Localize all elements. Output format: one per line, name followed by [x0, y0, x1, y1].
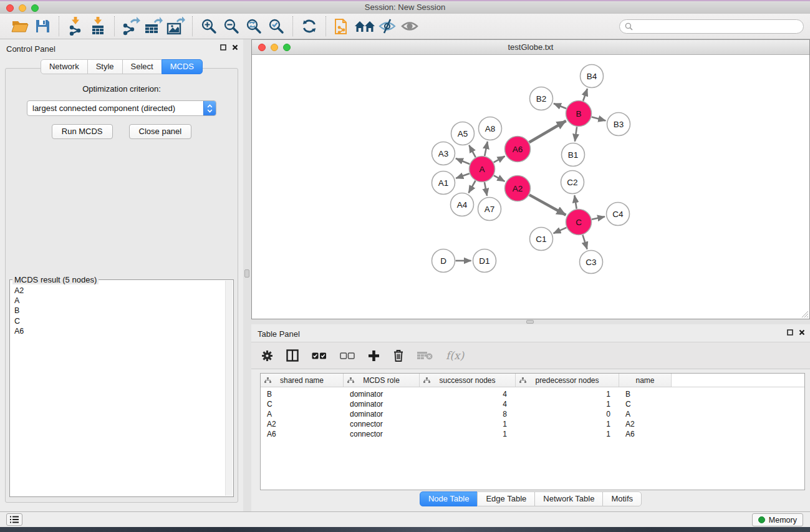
graph-node-D[interactable]: D	[432, 249, 455, 273]
graph-edge-B-B2[interactable]	[554, 104, 566, 109]
graph-node-C[interactable]: C	[566, 210, 592, 235]
table-row[interactable]: A2connector11A2	[261, 419, 804, 429]
network-close-button[interactable]	[258, 44, 266, 51]
delete-column-button[interactable]	[393, 346, 404, 365]
list-item[interactable]: A	[14, 296, 233, 306]
tab-style[interactable]: Style	[87, 59, 123, 74]
graph-edge-A-A8[interactable]	[485, 142, 488, 156]
add-column-button[interactable]	[368, 346, 380, 365]
open-session-button[interactable]	[9, 16, 31, 37]
tab-select[interactable]: Select	[122, 59, 162, 74]
graph-edge-C-C1[interactable]	[554, 228, 567, 233]
graph-edge-A-A7[interactable]	[485, 182, 487, 196]
run-mcds-button[interactable]: Run MCDS	[52, 124, 113, 139]
graph-node-B2[interactable]: B2	[530, 87, 553, 110]
splitter-grip[interactable]	[244, 269, 249, 278]
graph-edge-A-A1[interactable]	[456, 173, 469, 178]
close-panel-icon[interactable]	[232, 44, 238, 51]
export-network-button[interactable]	[120, 16, 142, 37]
tab-mcds[interactable]: MCDS	[162, 59, 203, 74]
graph-node-A4[interactable]: A4	[451, 193, 474, 216]
list-item[interactable]: C	[14, 316, 233, 326]
graph-node-B3[interactable]: B3	[607, 113, 630, 136]
graph-node-C1[interactable]: C1	[530, 228, 553, 251]
graph-node-A[interactable]: A	[470, 157, 495, 182]
graph-node-B4[interactable]: B4	[581, 65, 604, 88]
mcds-list-scrollbar[interactable]	[225, 281, 233, 496]
graph-node-B1[interactable]: B1	[562, 143, 585, 167]
memory-button[interactable]: Memory	[752, 513, 803, 526]
close-window-button[interactable]	[6, 4, 14, 12]
graph-node-A3[interactable]: A3	[432, 142, 455, 165]
list-item[interactable]: B	[14, 306, 233, 316]
splitter-grip-h[interactable]	[526, 320, 534, 324]
float-table-panel-icon[interactable]	[787, 329, 793, 336]
zoom-fit-button[interactable]	[243, 16, 265, 37]
graph-edge-C-C2[interactable]	[574, 195, 576, 209]
tab-edge-table[interactable]: Edge Table	[477, 491, 535, 506]
table-options-button[interactable]	[261, 346, 273, 365]
graph-node-A8[interactable]: A8	[479, 117, 502, 140]
select-all-rows-button[interactable]	[312, 346, 327, 365]
close-panel-button[interactable]: Close panel	[129, 124, 192, 139]
zoom-selected-button[interactable]	[265, 16, 287, 37]
graph-edge-B-B3[interactable]	[592, 117, 605, 121]
graph-node-A2[interactable]: A2	[505, 176, 531, 201]
column-selector-button[interactable]	[286, 346, 299, 365]
hide-graphics-details-button[interactable]	[376, 16, 398, 37]
column-header-predecessor-nodes[interactable]: predecessor nodes	[516, 374, 619, 387]
graph-edge-A-A4[interactable]	[469, 181, 476, 193]
task-history-button[interactable]	[6, 513, 22, 526]
deselect-all-rows-button[interactable]	[340, 346, 355, 365]
function-builder-button[interactable]: f(x)	[446, 346, 464, 365]
column-header-name[interactable]: name	[619, 374, 672, 387]
network-graph[interactable]: B4B2BB3A8A5A6A3B1AA1C2A2A4A7C4CC1C3DD1	[252, 55, 809, 319]
table-row[interactable]: A6connector11A6	[261, 429, 804, 439]
graph-node-A5[interactable]: A5	[451, 122, 475, 145]
tab-node-table[interactable]: Node Table	[420, 491, 478, 506]
panel-splitter-horizontal[interactable]	[251, 319, 810, 324]
node-table[interactable]: shared nameMCDS rolesuccessor nodesprede…	[260, 373, 805, 490]
tab-network[interactable]: Network	[41, 59, 88, 74]
save-session-button[interactable]	[31, 16, 54, 37]
list-item[interactable]: A2	[14, 286, 233, 296]
graph-node-C2[interactable]: C2	[561, 171, 584, 194]
graph-node-C4[interactable]: C4	[607, 203, 630, 226]
table-row[interactable]: Adominator80A	[261, 409, 804, 419]
tab-network-table[interactable]: Network Table	[534, 491, 603, 506]
minimize-window-button[interactable]	[19, 4, 26, 12]
network-minimize-button[interactable]	[271, 44, 278, 51]
graph-node-A1[interactable]: A1	[432, 172, 455, 195]
export-image-button[interactable]	[165, 16, 187, 37]
graph-edge-B-B1[interactable]	[575, 127, 577, 141]
graph-node-B[interactable]: B	[566, 101, 592, 127]
float-panel-icon[interactable]	[220, 44, 226, 51]
network-window-titlebar[interactable]: testGlobe.txt	[252, 40, 809, 55]
search-field[interactable]	[619, 19, 804, 34]
table-row[interactable]: Cdominator41C	[261, 399, 804, 409]
refresh-button[interactable]	[298, 16, 321, 37]
graph-edge-C-C3[interactable]	[582, 235, 587, 249]
graph-edge-A6-B[interactable]	[529, 121, 566, 142]
home-button[interactable]	[354, 16, 376, 37]
network-canvas[interactable]: B4B2BB3A8A5A6A3B1AA1C2A2A4A7C4CC1C3DD1	[252, 55, 809, 319]
export-table-button[interactable]	[142, 16, 165, 37]
show-graphics-details-button[interactable]	[398, 16, 421, 37]
graph-edge-C-C4[interactable]	[592, 216, 605, 219]
zoom-out-button[interactable]	[220, 16, 243, 37]
window-resize-grip[interactable]	[801, 310, 809, 318]
network-from-clipboard-button[interactable]	[331, 16, 354, 37]
panel-splitter-vertical[interactable]	[243, 39, 251, 511]
graph-edge-A-A2[interactable]	[494, 175, 504, 181]
search-input[interactable]	[636, 21, 798, 31]
zoom-window-button[interactable]	[31, 4, 39, 12]
delete-table-button[interactable]	[417, 346, 433, 365]
zoom-in-button[interactable]	[198, 16, 220, 37]
network-zoom-button[interactable]	[283, 44, 291, 51]
mcds-result-list[interactable]: A2ABCA6	[11, 281, 233, 496]
optimization-criterion-select[interactable]: largest connected component (directed)	[27, 100, 216, 116]
column-header-successor-nodes[interactable]: successor nodes	[420, 374, 516, 387]
table-row[interactable]: Bdominator41B	[261, 389, 804, 399]
import-network-button[interactable]	[64, 16, 87, 37]
close-table-panel-icon[interactable]	[799, 329, 805, 336]
